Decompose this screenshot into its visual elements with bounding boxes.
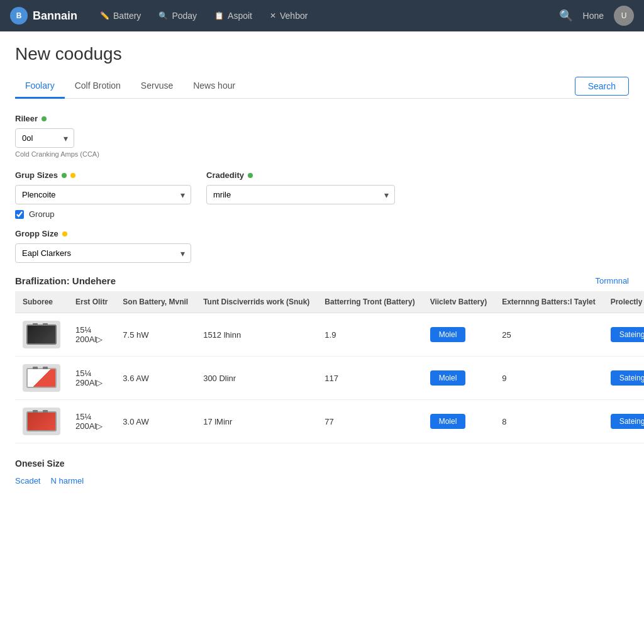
cell-col6-2: 9 xyxy=(494,357,602,400)
nav-item-aspoit[interactable]: 📋 Aspoit xyxy=(207,6,260,26)
cell-col7-1: Sateing xyxy=(603,313,644,357)
cell-col4-3: 77 xyxy=(317,400,422,443)
filter-grup-label: Grup Sizes xyxy=(15,170,191,180)
cell-img-1 xyxy=(15,313,68,357)
bottom-link-scadet[interactable]: Scadet xyxy=(15,476,40,486)
battery-shape-1 xyxy=(26,325,57,345)
battery-terminal-1b xyxy=(43,323,48,326)
brand-label: Bannain xyxy=(33,9,77,23)
battery-terminal-3b xyxy=(43,410,48,413)
tab-colf-brotion[interactable]: Colf Brotion xyxy=(65,74,131,99)
cell-col5-3: Molel xyxy=(423,400,495,443)
avatar[interactable]: U xyxy=(614,6,634,26)
col-header-externnng: Externnng Batters:l Taylet xyxy=(494,291,602,313)
cell-col3-1: 1512 lhinn xyxy=(196,313,317,357)
filter-cradedity-select[interactable]: mrile Option X Option Y xyxy=(206,185,395,204)
brand[interactable]: B Bannain xyxy=(10,7,77,25)
cell-img-2 xyxy=(15,357,68,400)
col-header-suboree: Suboree xyxy=(15,291,68,313)
battery-shape-2 xyxy=(26,368,57,388)
filter-rileer-hint: Cold Cranking Amps (CCA) xyxy=(15,150,629,158)
table-section-title: Braflization: Undehere xyxy=(15,275,116,286)
cell-col7-3: Sateing xyxy=(603,400,644,443)
filter-gropp-label: Gropp Size xyxy=(15,229,629,238)
battery-image-3 xyxy=(23,408,60,435)
search-icon[interactable]: 🔍 xyxy=(559,9,573,23)
page-title: New coodugs xyxy=(15,44,629,64)
cell-col6-1: 25 xyxy=(494,313,602,357)
bottom-link-n-harmel[interactable]: N harmel xyxy=(50,476,84,486)
filter-rileer-select[interactable]: 0ol Option 1 Option 2 xyxy=(15,128,74,148)
x-icon: ✕ xyxy=(270,11,276,20)
sateing-button-3[interactable]: Sateing xyxy=(611,414,644,429)
cell-col5-2: Molel xyxy=(423,357,495,400)
cell-col1-2: 15¼ 290Al▷ xyxy=(68,357,115,400)
col-header-prolectly: Prolectly Grod (c xyxy=(603,291,644,313)
cell-col4-1: 1.9 xyxy=(317,313,422,357)
search-button[interactable]: Search xyxy=(575,77,629,96)
more-button-1[interactable]: Molel xyxy=(430,327,466,342)
bottom-links: Scadet N harmel xyxy=(15,476,629,486)
nav-label-battery: Battery xyxy=(113,11,141,21)
table-row: 15¼ 200Al▷ 7.5 hW 1512 lhinn 1.9 Molel 2… xyxy=(15,313,644,357)
tabs-bar: Foolary Colf Brotion Servuse News hour S… xyxy=(15,74,629,99)
col-header-erst: Erst Olitr xyxy=(68,291,115,313)
battery-terminal-2 xyxy=(33,367,38,369)
cell-col2-3: 3.0 AW xyxy=(115,400,196,443)
filter-grup-dot2 xyxy=(70,173,75,178)
cell-col1-1: 15¼ 200Al▷ xyxy=(68,313,115,357)
battery-image-1 xyxy=(23,321,60,348)
nav-label-vehbor: Vehbor xyxy=(280,11,308,21)
filter-rileer-select-wrapper: 0ol Option 1 Option 2 xyxy=(15,128,74,148)
nav-item-poday[interactable]: 🔍 Poday xyxy=(151,6,204,26)
more-button-3[interactable]: Molel xyxy=(430,414,466,429)
tab-news-hour[interactable]: News hour xyxy=(183,74,245,99)
filter-gropp-select-wrapper: Eapl Clarkers Option 1 xyxy=(15,243,191,263)
sateing-button-1[interactable]: Sateing xyxy=(611,327,644,342)
filter-row-2: Grup Sizes Plencoite Option A Option B G… xyxy=(15,170,629,219)
filter-grup-select-wrapper: Plencoite Option A Option B xyxy=(15,185,191,204)
cell-col3-3: 17 lMinr xyxy=(196,400,317,443)
filter-gropp-select[interactable]: Eapl Clarkers Option 1 xyxy=(15,243,191,263)
col-header-viicletv: Viicletv Battery) xyxy=(423,291,495,313)
cell-col7-2: Sateing xyxy=(603,357,644,400)
cell-col6-3: 8 xyxy=(494,400,602,443)
cell-col2-2: 3.6 AW xyxy=(115,357,196,400)
filter-rileer-label: Rileer xyxy=(15,114,629,123)
table-section: Braflization: Undehere Tormnnal Suboree … xyxy=(15,275,629,443)
battery-image-2 xyxy=(23,364,60,392)
filter-grup-dot1 xyxy=(62,173,67,178)
cell-col5-1: Molel xyxy=(423,313,495,357)
brand-icon: B xyxy=(10,7,28,25)
table-head: Suboree Erst Olitr Son Battery, Mvnil Tu… xyxy=(15,291,644,313)
battery-shape-3 xyxy=(26,411,57,431)
table-row: 15¼ 290Al▷ 3.6 AW 300 Dlinr 117 Molel 9 … xyxy=(15,357,644,400)
tab-servuse[interactable]: Servuse xyxy=(131,74,183,99)
filter-grup-sizes-col: Grup Sizes Plencoite Option A Option B G… xyxy=(15,170,191,219)
filter-grup-select[interactable]: Plencoite Option A Option B xyxy=(15,185,191,204)
nav-item-battery[interactable]: ✏️ Battery xyxy=(92,6,148,26)
table-body: 15¼ 200Al▷ 7.5 hW 1512 lhinn 1.9 Molel 2… xyxy=(15,313,644,443)
filter-cradedity-select-wrapper: mrile Option X Option Y xyxy=(206,185,395,204)
filter-cradedity-col: Cradedity mrile Option X Option Y xyxy=(206,170,395,204)
page-content: New coodugs Foolary Colf Brotion Servuse… xyxy=(0,31,644,644)
more-button-2[interactable]: Molel xyxy=(430,370,466,386)
bottom-section: Onesei Size Scadet N harmel xyxy=(15,458,629,486)
col-header-son: Son Battery, Mvnil xyxy=(115,291,196,313)
grorup-checkbox[interactable] xyxy=(15,210,24,219)
nav-right: 🔍 Hone U xyxy=(559,6,634,26)
cell-col1-3: 15¼ 200Al▷ xyxy=(68,400,115,443)
nav-item-vehbor[interactable]: ✕ Vehbor xyxy=(262,6,315,26)
col-header-tunt: Tunt Disciverrids work (Snuk) xyxy=(196,291,317,313)
sateing-button-2[interactable]: Sateing xyxy=(611,370,644,386)
tab-foolary[interactable]: Foolary xyxy=(15,74,65,99)
filter-rileer-section: Rileer 0ol Option 1 Option 2 Cold Cranki… xyxy=(15,114,629,158)
nav-label-poday: Poday xyxy=(172,11,197,21)
terminal-link[interactable]: Tormnnal xyxy=(596,276,629,286)
cell-col3-2: 300 Dlinr xyxy=(196,357,317,400)
filter-cradedity-dot xyxy=(248,173,253,178)
filter-gropp-section: Gropp Size Eapl Clarkers Option 1 xyxy=(15,229,629,263)
cell-img-3 xyxy=(15,400,68,443)
home-label[interactable]: Hone xyxy=(583,11,604,21)
table-row: 15¼ 200Al▷ 3.0 AW 17 lMinr 77 Molel 8 Sa… xyxy=(15,400,644,443)
